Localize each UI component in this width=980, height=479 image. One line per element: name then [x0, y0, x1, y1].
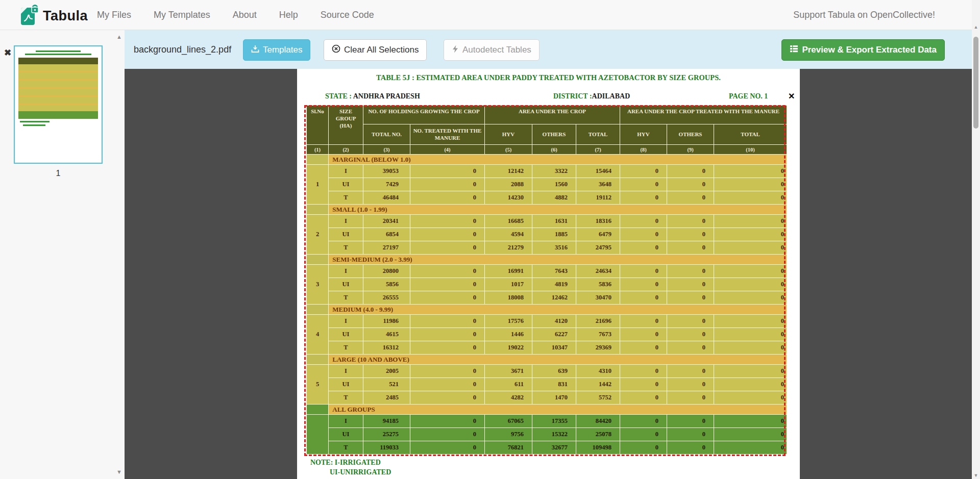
- thumb-table-header: [18, 58, 98, 64]
- district-label: DISTRICT :: [553, 92, 592, 100]
- scrollbar-up-icon[interactable]: ▲: [972, 24, 980, 30]
- autodetect-tables-button[interactable]: Autodetect Tables: [444, 39, 540, 61]
- pdf-canvas-area: TABLE 5J : ESTIMATED AREA UNDER PADDY TR…: [125, 69, 972, 479]
- lightning-icon: [452, 45, 459, 56]
- tabula-logo-icon: [20, 4, 39, 28]
- nav-help[interactable]: Help: [279, 10, 298, 20]
- page-1-thumbnail[interactable]: [14, 45, 103, 164]
- nav-my-templates[interactable]: My Templates: [154, 10, 210, 20]
- nav-my-files[interactable]: My Files: [97, 10, 131, 20]
- nav-source-code[interactable]: Source Code: [321, 10, 374, 20]
- nav-about[interactable]: About: [233, 10, 257, 20]
- district-line: DISTRICT :ADILABAD: [553, 92, 630, 100]
- preview-export-button[interactable]: Preview & Export Extracted Data: [781, 39, 945, 61]
- pdf-page[interactable]: TABLE 5J : ESTIMATED AREA UNDER PADDY TR…: [297, 69, 800, 479]
- sidebar-scroll-up-icon[interactable]: ▲: [116, 34, 122, 40]
- support-link[interactable]: Support Tabula on OpenCollective!: [793, 0, 935, 30]
- templates-button-label: Templates: [263, 45, 302, 55]
- district-value: ADILABAD: [592, 92, 630, 100]
- page-no-label: PAGE NO. 1: [729, 92, 768, 100]
- clear-button-label: Clear All Selections: [344, 45, 419, 55]
- scrollbar-down-icon[interactable]: ▼: [972, 473, 980, 478]
- thumb-note-line2: [23, 124, 45, 126]
- selection-close-button[interactable]: ✕: [788, 91, 795, 101]
- nav-links: My Files My Templates About Help Source …: [97, 0, 374, 30]
- brand-link[interactable]: Tabula: [20, 4, 88, 28]
- table-list-icon: [790, 45, 798, 56]
- thumb-note-line: [20, 121, 50, 122]
- autodetect-button-label: Autodetect Tables: [462, 45, 531, 55]
- thumb-table-body: [18, 64, 98, 111]
- document-toolbar: background_lines_2.pdf Templates Clear A…: [125, 30, 972, 69]
- remove-circle-icon: [332, 44, 340, 56]
- note-line-2: UI-UNIRRIGATED: [310, 467, 391, 477]
- thumb-table-footer: [18, 111, 98, 119]
- export-button-label: Preview & Export Extracted Data: [802, 45, 937, 55]
- templates-button[interactable]: Templates: [243, 39, 310, 61]
- pdf-table-title: TABLE 5J : ESTIMATED AREA UNDER PADDY TR…: [297, 73, 800, 82]
- table-selection-box[interactable]: [304, 105, 786, 456]
- page-thumbnail-sidebar: ✖ 1 ▲ ▼: [0, 30, 125, 479]
- note-line-1: NOTE: I-IRRIGATED: [310, 458, 391, 467]
- scrollbar-thumb[interactable]: [973, 37, 978, 129]
- pdf-note: NOTE: I-IRRIGATED UI-UNIRRIGATED: [310, 458, 391, 477]
- clear-all-selections-button[interactable]: Clear All Selections: [324, 39, 427, 61]
- sidebar-scroll-down-icon[interactable]: ▼: [116, 469, 122, 475]
- brand-title: Tabula: [43, 8, 88, 24]
- top-navbar: Tabula My Files My Templates About Help …: [0, 0, 980, 30]
- pdf-meta-row: STATE : ANDHRA PRADESH DISTRICT :ADILABA…: [297, 92, 800, 102]
- thumb-title-line: [36, 51, 81, 52]
- state-label: STATE :: [325, 92, 352, 100]
- window-scrollbar: ▲ ▼: [972, 0, 980, 479]
- document-filename: background_lines_2.pdf: [134, 30, 231, 69]
- save-template-icon: [251, 45, 259, 56]
- state-value: ANDHRA PRADESH: [353, 92, 420, 100]
- thumb-subtitle-line: [25, 54, 91, 55]
- state-line: STATE : ANDHRA PRADESH: [325, 92, 420, 100]
- remove-page-icon[interactable]: ✖: [4, 47, 11, 58]
- page-number-label: 1: [14, 169, 103, 178]
